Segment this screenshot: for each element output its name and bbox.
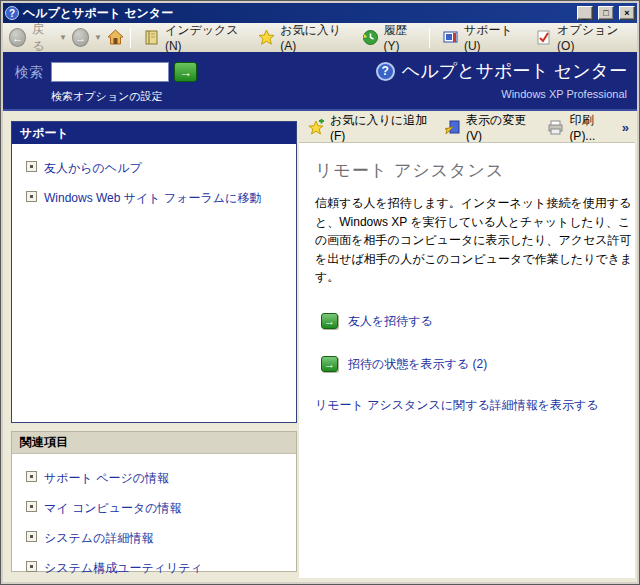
change-view-icon — [444, 119, 461, 136]
index-book-icon — [143, 29, 160, 46]
bullet-icon — [26, 531, 37, 542]
back-dropdown-icon[interactable]: ▼ — [59, 33, 67, 42]
search-label: 検索 — [15, 64, 43, 82]
add-favorite-star-icon — [308, 119, 325, 136]
search-input[interactable] — [51, 62, 169, 82]
sidebar-item-system-config-utility[interactable]: システム構成ユーティリティ — [26, 560, 286, 577]
help-center-icon: ? — [376, 62, 395, 81]
favorites-label: お気に入り(A) — [280, 22, 346, 53]
forward-icon[interactable]: → — [72, 28, 89, 47]
support-button[interactable]: サポート(U) — [436, 20, 526, 55]
bullet-icon — [26, 501, 37, 512]
brand-area: ? ヘルプとサポート センター — [376, 59, 627, 83]
printer-icon — [547, 119, 564, 136]
history-button[interactable]: 履歴(Y) — [356, 20, 423, 55]
help-icon: ? — [5, 6, 19, 20]
content-pane: お気に入りに追加(F) 表示の変更(V) 印刷(P)... » リモ — [299, 113, 637, 582]
sidebar-item-system-detail-info[interactable]: システムの詳細情報 — [26, 530, 286, 547]
green-arrow-icon: → — [321, 313, 338, 329]
help-center-title: ヘルプとサポート センター — [402, 59, 627, 83]
maximize-button[interactable]: □ — [598, 6, 614, 20]
sidebar-item-help-from-friend[interactable]: 友人からのヘルプ — [26, 160, 286, 177]
options-check-icon — [535, 29, 552, 46]
close-button[interactable]: × — [619, 6, 635, 20]
toolbar-separator — [429, 28, 430, 48]
invite-friend-link[interactable]: → 友人を招待する — [321, 313, 621, 330]
minimize-button[interactable]: _ — [577, 6, 593, 20]
history-clock-icon — [362, 29, 379, 46]
help-support-window: ? ヘルプとサポート センター _ □ × ← 戻る ▼ → ▼ インデックス(… — [0, 0, 640, 585]
toolbar-overflow-chevron[interactable]: » — [622, 120, 633, 135]
index-label: インデックス(N) — [165, 22, 243, 53]
index-button[interactable]: インデックス(N) — [137, 20, 249, 55]
favorites-button[interactable]: お気に入り(A) — [252, 20, 352, 55]
search-header: 検索 → 検索オプションの設定 ? ヘルプとサポート センター Windows … — [3, 52, 637, 111]
page-title: リモート アシスタンス — [315, 159, 621, 182]
support-panel: サポート 友人からのヘルプ Windows Web サイト フォーラムに移動 — [11, 121, 297, 423]
bullet-icon — [26, 191, 37, 202]
history-label: 履歴(Y) — [384, 22, 417, 53]
related-items-panel: 関連項目 サポート ページの情報 マイ コンピュータの情報 システムの詳細情報 … — [11, 431, 297, 572]
support-panel-header: サポート — [12, 122, 296, 144]
bullet-icon — [26, 471, 37, 482]
add-favorite-button[interactable]: お気に入りに追加(F) — [303, 110, 435, 145]
remote-assistance-details-link[interactable]: リモート アシスタンスに関する詳細情報を表示する — [315, 397, 621, 414]
sidebar-item-windows-web-forum[interactable]: Windows Web サイト フォーラムに移動 — [26, 190, 286, 207]
home-icon[interactable] — [107, 29, 124, 46]
green-arrow-icon: → — [321, 356, 338, 372]
sidebar-item-my-computer-info[interactable]: マイ コンピュータの情報 — [26, 500, 286, 517]
back-label[interactable]: 戻る — [32, 21, 54, 55]
toolbar-separator — [130, 28, 131, 48]
content-body: リモート アシスタンス 信頼する人を招待します。インターネット接続を使用すると、… — [299, 142, 635, 578]
content-toolbar: お気に入りに追加(F) 表示の変更(V) 印刷(P)... » — [299, 113, 637, 142]
print-button[interactable]: 印刷(P)... — [542, 110, 617, 145]
forward-dropdown-icon[interactable]: ▼ — [94, 33, 102, 42]
back-icon[interactable]: ← — [9, 28, 26, 47]
add-favorite-label: お気に入りに追加(F) — [330, 112, 430, 143]
navigation-toolbar: ← 戻る ▼ → ▼ インデックス(N) お気に入り(A) 履歴(Y) — [3, 23, 637, 52]
support-label: サポート(U) — [464, 22, 520, 53]
search-go-button[interactable]: → — [174, 62, 197, 82]
window-title: ヘルプとサポート センター — [23, 5, 572, 22]
favorites-star-icon — [258, 29, 275, 46]
support-icon — [442, 29, 459, 46]
change-view-label: 表示の変更(V) — [466, 112, 533, 143]
main-area: サポート 友人からのヘルプ Windows Web サイト フォーラムに移動 関… — [3, 113, 637, 582]
bullet-icon — [26, 161, 37, 172]
windows-edition-label: Windows XP Professional — [501, 88, 627, 100]
bullet-icon — [26, 561, 37, 572]
search-options-link[interactable]: 検索オプションの設定 — [51, 89, 163, 104]
related-panel-header: 関連項目 — [12, 432, 296, 454]
options-label: オプション(O) — [557, 22, 625, 53]
sidebar-item-support-page-info[interactable]: サポート ページの情報 — [26, 470, 286, 487]
change-view-button[interactable]: 表示の変更(V) — [439, 110, 538, 145]
options-button[interactable]: オプション(O) — [529, 20, 631, 55]
print-label: 印刷(P)... — [569, 112, 612, 143]
page-description: 信頼する人を招待します。インターネット接続を使用すると、Windows XP を… — [315, 194, 639, 287]
view-invitation-status-link[interactable]: → 招待の状態を表示する (2) — [321, 356, 621, 373]
